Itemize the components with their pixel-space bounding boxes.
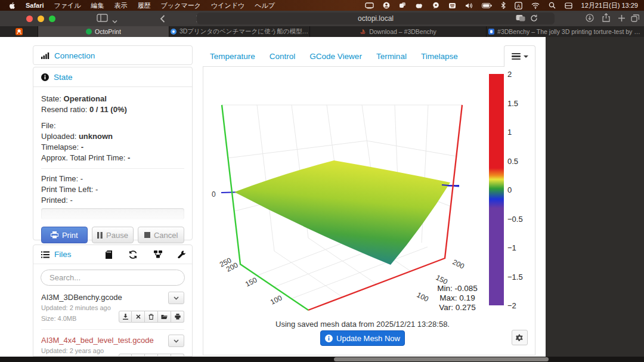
menu-item-edit[interactable]: 編集: [91, 1, 104, 10]
file-expand-button[interactable]: [168, 335, 184, 347]
close-window-button[interactable]: [26, 16, 33, 22]
print-button[interactable]: Print: [41, 227, 88, 243]
translate-badge-icon[interactable]: [516, 14, 525, 24]
state-panel-header[interactable]: State: [33, 67, 192, 86]
zoom-window-button[interactable]: [49, 16, 55, 22]
print-file-icon[interactable]: [171, 311, 184, 323]
hamburger-icon: [512, 52, 521, 61]
sidebar-toggle-icon[interactable]: [97, 14, 108, 24]
plugin-settings-button[interactable]: [512, 330, 528, 345]
menu-item-history[interactable]: 履歴: [138, 1, 151, 10]
tab-3d-printer-article[interactable]: 3Dプリンタのベンチマークに使う船の模型 | 3Dエンジン: [169, 26, 310, 37]
colorbar-tick: −0.5: [507, 215, 532, 224]
tab-timelapse[interactable]: Timelapse: [421, 52, 458, 61]
files-panel-header[interactable]: Files: [33, 245, 192, 264]
file-row[interactable]: AI3M_3DBenchy.gcode Updated: 2 minutes a…: [33, 287, 192, 327]
octoprint-page: Connection State State: Operational Rese…: [0, 37, 644, 362]
sidebar-chevron-icon[interactable]: [112, 16, 117, 26]
scrollbar-thumb[interactable]: [334, 357, 549, 361]
reload-icon[interactable]: [530, 14, 538, 24]
address-bar[interactable]: octopi.local: [197, 13, 555, 24]
tab-control[interactable]: Control: [270, 52, 296, 61]
pinned-tab-octoprint[interactable]: [0, 26, 38, 37]
uploaded-value: unknown: [79, 132, 113, 141]
update-mesh-button[interactable]: Update Mesh Now: [320, 330, 405, 346]
chevron-down-icon: [174, 339, 179, 343]
tab-overview-icon[interactable]: [631, 14, 639, 24]
tab-temperature[interactable]: Temperature: [210, 52, 255, 61]
user-icon[interactable]: [383, 1, 390, 10]
new-tab-icon[interactable]: [618, 14, 626, 24]
menu-item-view[interactable]: 表示: [114, 1, 128, 10]
tab-gcode-viewer[interactable]: GCode Viewer: [309, 52, 362, 61]
tab-octoprint[interactable]: OctoPrint: [38, 26, 169, 37]
tab-3dbenchy-site[interactable]: #3DBenchy – The jolly 3D printing tortur…: [487, 26, 644, 37]
file-actions: [119, 311, 184, 323]
creativetools-favicon: [488, 29, 494, 35]
gear-icon: [516, 334, 524, 342]
volume-icon[interactable]: [465, 1, 473, 10]
display-icon[interactable]: [365, 1, 374, 10]
tab-terminal[interactable]: Terminal: [376, 52, 407, 61]
download-icon[interactable]: [119, 311, 132, 323]
file-name[interactable]: AI3M_3DBenchy.gcode: [41, 293, 160, 302]
delete-x-icon[interactable]: [132, 311, 145, 323]
state-panel-body: State: Operational Resend ratio: 0 / 11 …: [33, 86, 192, 250]
tab-download-3dbenchy[interactable]: Download – #3DBenchy: [310, 26, 487, 37]
downloads-icon[interactable]: [586, 14, 594, 24]
address-bar-url: octopi.local: [358, 14, 394, 23]
horizontal-scrollbar[interactable]: [0, 357, 644, 362]
article-favicon: [171, 29, 177, 35]
files-search-input[interactable]: [41, 270, 185, 286]
printer-icon: [51, 231, 58, 239]
folder-tree-icon[interactable]: [154, 250, 162, 260]
mesh-stats: Min: -0.085 Max: 0.19 Var: 0.275: [437, 284, 478, 312]
signal-bars-icon: [41, 52, 49, 59]
screen: Safari ファイル 編集 表示 履歴 ブックマーク ウインドウ ヘルプ A …: [0, 0, 644, 362]
main-area: Temperature Control GCode Viewer Termina…: [203, 45, 535, 355]
files-panel: Files AI3M_3DBenchy.gcode Updated: 2 min…: [33, 245, 193, 357]
files-search-row: [33, 264, 192, 287]
cloud-icon[interactable]: [415, 1, 423, 10]
refresh-icon[interactable]: [129, 250, 137, 261]
menu-item-safari[interactable]: Safari: [26, 2, 44, 9]
info-circle-icon: [325, 335, 333, 342]
file-label: File:: [41, 120, 184, 131]
more-tabs-dropdown[interactable]: [504, 45, 535, 67]
keyboard-icon[interactable]: [448, 1, 456, 10]
page-overflow-area: [546, 37, 644, 362]
print-time-left-label: Print Time Left:: [41, 185, 93, 194]
sd-card-icon[interactable]: [106, 250, 112, 261]
connection-panel-header[interactable]: Connection: [33, 46, 192, 65]
share-icon[interactable]: [602, 13, 610, 24]
input-source-icon[interactable]: A: [515, 1, 522, 10]
file-expand-button[interactable]: [168, 292, 184, 304]
menu-item-window[interactable]: ウインドウ: [211, 1, 244, 10]
trash-icon[interactable]: [145, 311, 158, 323]
chat-icon[interactable]: [432, 1, 439, 10]
colorbar-tick: 1: [507, 128, 532, 137]
file-row[interactable]: AI3M_4x4_bed_level_test.gcode Updated: 2…: [33, 330, 192, 357]
minimize-window-button[interactable]: [38, 16, 44, 22]
menu-item-help[interactable]: ヘルプ: [255, 1, 275, 10]
file-name-selected[interactable]: AI3M_4x4_bed_level_test.gcode: [41, 336, 160, 345]
bed-mesh-3d-plot[interactable]: 0 250 200 150 100 200 150 100 Min: -0.08…: [203, 67, 535, 355]
colorbar: [489, 74, 504, 305]
apple-menu-icon[interactable]: [8, 1, 16, 10]
main-tab-nav: Temperature Control GCode Viewer Termina…: [203, 45, 535, 67]
spotlight-icon[interactable]: [549, 1, 556, 10]
shortcuts-icon[interactable]: [399, 1, 406, 10]
battery-icon[interactable]: [482, 1, 492, 10]
approx-print-time-label: Approx. Total Print Time:: [41, 153, 125, 162]
menu-bar-clock[interactable]: 12月21日(日) 13:29: [581, 1, 638, 10]
pause-button[interactable]: Pause: [92, 227, 134, 243]
wrench-icon[interactable]: [178, 250, 185, 260]
cancel-button[interactable]: Cancel: [138, 227, 184, 243]
menu-item-file[interactable]: ファイル: [54, 1, 81, 10]
back-button[interactable]: [160, 14, 165, 25]
bluetooth-icon[interactable]: [501, 1, 506, 10]
load-folder-icon[interactable]: [158, 311, 171, 323]
control-center-icon[interactable]: [565, 1, 572, 10]
menu-item-bookmarks[interactable]: ブックマーク: [161, 1, 201, 10]
wifi-icon[interactable]: [531, 1, 540, 10]
